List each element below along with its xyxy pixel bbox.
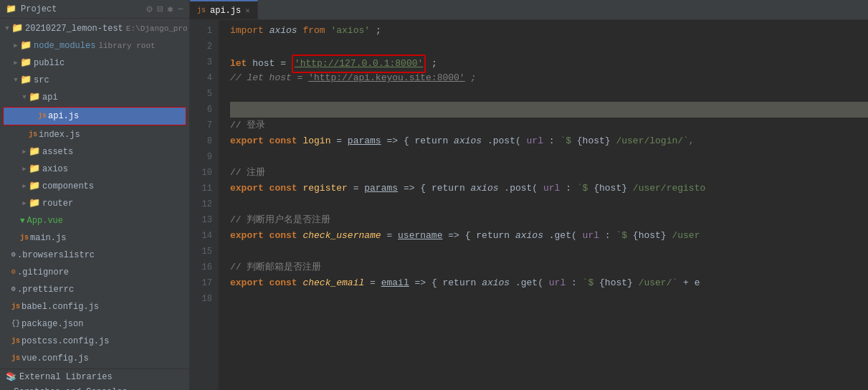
check-username-fn: check_username [302,230,381,241]
tree-item-babel-config[interactable]: js babel.config.js [0,298,189,315]
tree-label: main.js [30,231,66,245]
tree-item-node-modules[interactable]: ▶ 📁 node_modules library root [0,37,189,54]
sidebar-title-label: Project [21,4,57,14]
sidebar: 📁 Project ⚙ ⊟ ✱ − ▼ 📁 20210227_lemon-tes… [0,0,190,390]
code-line-14: export const check_username = username =… [230,228,868,244]
sidebar-header-icons: ⚙ ⊟ ✱ − [146,3,183,15]
tree-item-src[interactable]: ▼ 📁 src [0,72,189,89]
tree-item-axios[interactable]: ▶ 📁 axios [0,161,189,178]
template-host: {host} [633,230,667,241]
arrow: => { return [404,183,471,194]
template-str: `$ [560,135,571,146]
tree-item-api-js[interactable]: js api.js [3,107,186,125]
tree-label: vue.config.js [22,351,89,366]
tree-item-postcss-config[interactable]: js postcss.config.js [0,333,189,350]
code-line-17: export const check_email = email => { re… [230,275,868,291]
json-file-icon: {} [11,317,20,331]
tab-api-js[interactable]: js api.js ✕ [190,0,258,19]
line-num-8: 8 [190,133,212,149]
dot-post: .post( [504,183,538,194]
close-icon[interactable]: − [178,4,183,15]
line-num-6: 6 [190,102,212,118]
settings-icon[interactable]: ⚙ [146,3,152,15]
template-path: /user/registo [633,183,705,194]
line-num-7: 7 [190,118,212,133]
code-line-15 [230,244,868,260]
tree-item-project-root[interactable]: ▼ 📁 20210227_lemon-test E:\Django_pro [0,20,189,37]
tree-item-index-js[interactable]: js index.js [0,126,189,143]
tree-item-gitignore[interactable]: ⚙ .gitignore [0,264,189,281]
eq-op: = [280,58,292,69]
sidebar-bottom: 📚 External Libraries ✏ Scratches and Con… [0,368,189,390]
eq: = [370,277,381,288]
code-container[interactable]: 1 2 3 4 5 6 7 8 9 10 11 12 13 14 15 16 1… [190,20,868,390]
tree-item-api[interactable]: ▼ 📁 api [0,89,189,106]
arrow: => { return [415,277,482,288]
export-kw: export const [230,277,302,288]
library-icon: 📚 [6,371,16,382]
tree-label: components [42,179,94,194]
sidebar-item-external-libraries[interactable]: 📚 External Libraries [0,369,189,384]
tree-item-public[interactable]: ▶ 📁 public [0,54,189,72]
tab-close-button[interactable]: ✕ [245,6,250,15]
gear-icon[interactable]: ✱ [167,3,173,15]
plus-op: + [683,277,695,288]
tree-item-app-vue[interactable]: ▼ App.vue [0,212,189,229]
split-icon[interactable]: ⊟ [157,3,163,15]
url-label: url [543,183,560,194]
eq: = [353,183,365,194]
line-numbers: 1 2 3 4 5 6 7 8 9 10 11 12 13 14 15 16 1… [190,20,219,390]
line-num-2: 2 [190,39,212,54]
email-arg: email [381,277,409,288]
folder-icon: 📁 [29,90,40,105]
arrow-icon: ▶ [20,145,29,159]
tree-item-assets[interactable]: ▶ 📁 assets [0,143,189,161]
params-arg: params [348,135,381,146]
colon: : [571,277,583,288]
arrow: => { return [386,135,454,146]
git-file-icon: ⚙ [11,265,16,280]
tree-label: App.vue [27,214,63,228]
tree-item-prettierrc[interactable]: ⚙ .prettierrc [0,281,189,298]
line-num-3: 3 [190,54,212,70]
dot-get: .get( [549,230,577,241]
tree-item-main-js[interactable]: js main.js [0,229,189,247]
colon: : [605,230,616,241]
arrow-icon: ▶ [20,179,29,194]
tree-label: 20210227_lemon-test [25,22,123,36]
tree-item-vue-config[interactable]: js vue.config.js [0,350,189,367]
comment-login: // 登录 [230,120,265,130]
editor-area: js api.js ✕ 1 2 3 4 5 6 7 8 9 10 11 12 1… [190,0,868,390]
line-num-18: 18 [190,291,212,307]
line-num-15: 15 [190,244,212,260]
local-url-string: 'http://127.0.0.1:8000' [295,58,423,69]
arrow-icon: ▶ [20,196,29,211]
tree-item-browserslistrc[interactable]: ⚙ .browserslistrc [0,247,189,264]
js-tab-icon: js [197,6,206,14]
sidebar-item-scratches[interactable]: ✏ Scratches and Consoles [0,384,189,390]
code-line-8: export const login = params => { return … [230,133,868,149]
dot-post: .post( [487,135,521,146]
eq: = [336,135,348,146]
arrow-icon: ▼ [3,22,11,36]
template-host: {host} [577,135,611,146]
folder-icon: 📁 [29,162,40,176]
url-label: url [549,277,566,288]
js-file-icon: js [20,231,29,245]
tree-item-package-json[interactable]: {} package.json [0,315,189,333]
js-file-icon: js [11,334,20,348]
tree-item-components[interactable]: ▶ 📁 components [0,178,189,195]
export-kw: export const [230,230,302,241]
tree-label: index.js [39,128,80,142]
sidebar-title: 📁 Project [6,4,57,14]
tree-item-router[interactable]: ▶ 📁 router [0,195,189,212]
tree-label: api.js [48,109,79,123]
code-line-16: // 判断邮箱是否注册 [230,260,868,275]
arrow-icon: ▼ [11,73,20,87]
external-libraries-label: External Libraries [19,372,113,382]
dot-get: .get( [515,277,543,288]
tree-label: postcss.config.js [22,334,109,348]
params-arg: params [364,183,398,194]
tree-label: .gitignore [17,265,69,280]
tab-bar: js api.js ✕ [190,0,868,20]
